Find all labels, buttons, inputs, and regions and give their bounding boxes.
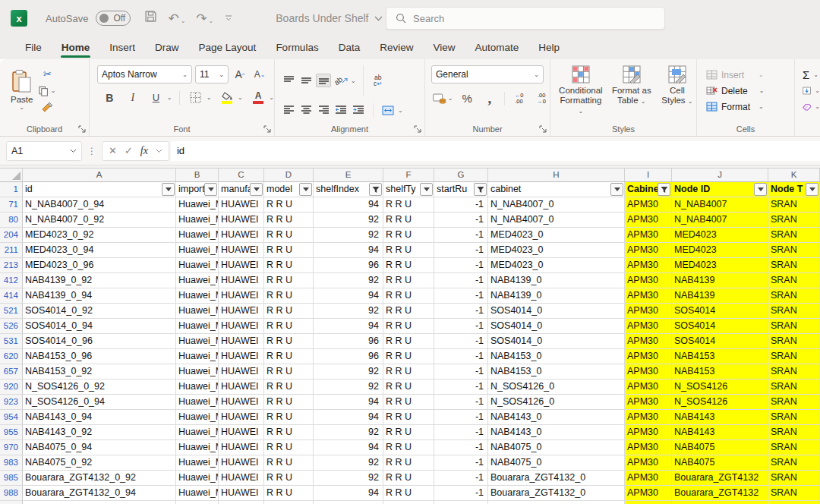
cell[interactable]: HUAWEI (219, 319, 264, 334)
cell[interactable]: R R U (264, 304, 314, 319)
cell[interactable]: APM30 (625, 486, 672, 501)
accounting-format-button[interactable] (431, 91, 448, 106)
cell[interactable]: MED4023_0 (488, 258, 625, 273)
cell[interactable]: SRAN (768, 243, 820, 258)
cell[interactable]: HUAWEI (219, 349, 264, 364)
cell[interactable]: SOS4014_0_96 (23, 334, 176, 349)
cell[interactable]: R R U (383, 273, 434, 288)
redo-button[interactable]: ↷⌄ (196, 11, 213, 27)
cell[interactable]: -1 (434, 364, 488, 380)
document-title[interactable]: Boards Under Shelf (276, 12, 383, 24)
cell[interactable]: Huawei_M (176, 273, 219, 288)
cell[interactable]: NAB4139_0 (488, 288, 625, 304)
column-header-D[interactable]: D (264, 169, 314, 182)
cell[interactable]: Huawei_M (176, 440, 219, 455)
font-dialog-launcher[interactable] (263, 125, 271, 133)
excel-app-icon[interactable]: x (11, 10, 27, 27)
cell[interactable]: R R U (383, 410, 434, 425)
cell[interactable]: R R U (383, 349, 434, 364)
column-header-I[interactable]: I (625, 169, 672, 182)
cell[interactable]: R R U (264, 410, 314, 425)
row-number[interactable]: 657 (0, 364, 23, 380)
row-number[interactable]: 71 (0, 197, 23, 213)
align-bottom-button[interactable] (316, 74, 331, 87)
decrease-decimal-button[interactable]: .00→0 (533, 91, 550, 106)
cell[interactable]: APM30 (625, 228, 672, 243)
decrease-indent-button[interactable] (333, 103, 348, 117)
cell[interactable]: N_NAB4007_0 (488, 197, 625, 213)
cell[interactable]: NAB4075_0_92 (23, 455, 176, 471)
cell[interactable]: R R U (383, 471, 434, 486)
filter-dropdown-button[interactable] (204, 183, 217, 196)
cell[interactable]: SOS4014_0_94 (23, 319, 176, 334)
column-header-B[interactable]: B (176, 169, 219, 182)
cell[interactable]: Huawei_M (176, 455, 219, 471)
cell[interactable]: APM30 (625, 349, 672, 364)
cell[interactable]: SRAN (768, 410, 820, 425)
filter-dropdown-button[interactable] (250, 183, 263, 196)
align-right-button[interactable] (316, 103, 331, 117)
column-header-G[interactable]: G (434, 169, 488, 182)
tab-file[interactable]: File (15, 38, 52, 59)
cell-header-manufa[interactable]: manufa (219, 182, 264, 197)
cell[interactable]: APM30 (625, 410, 672, 425)
cell[interactable]: HUAWEI (219, 395, 264, 410)
cell[interactable]: Huawei_M (176, 425, 219, 440)
cell[interactable]: NAB4143_0 (488, 425, 625, 440)
cell[interactable]: SRAN (768, 395, 820, 410)
cell[interactable]: SOS4014 (672, 334, 768, 349)
cell[interactable]: SRAN (768, 213, 820, 228)
tab-review[interactable]: Review (370, 38, 423, 59)
row-number[interactable]: 1 (0, 182, 23, 197)
cell[interactable]: R R U (383, 288, 434, 304)
column-header-J[interactable]: J (672, 169, 768, 182)
cell-header-node-id[interactable]: Node ID (672, 182, 768, 197)
cell[interactable]: NAB4143_0_92 (23, 425, 176, 440)
clear-button[interactable]: ⌄ (803, 99, 820, 115)
cell[interactable]: -1 (434, 425, 488, 440)
search-input[interactable] (413, 13, 641, 24)
cell[interactable]: R R U (264, 228, 314, 243)
cell[interactable]: HUAWEI (219, 288, 264, 304)
cell[interactable]: N_NAB4007_0 (488, 213, 625, 228)
cell[interactable]: R R U (264, 486, 314, 501)
cell[interactable]: SRAN (768, 486, 820, 501)
cell[interactable]: R R U (383, 243, 434, 258)
cell[interactable]: SOS4014_0 (488, 319, 625, 334)
cell[interactable]: R R U (383, 334, 434, 349)
cell[interactable]: APM30 (625, 380, 672, 395)
cell[interactable]: APM30 (625, 455, 672, 471)
cell[interactable]: APM30 (625, 425, 672, 440)
cell[interactable]: SRAN (768, 258, 820, 273)
cell[interactable]: -1 (434, 349, 488, 364)
row-number[interactable]: 620 (0, 349, 23, 364)
cell[interactable]: N_SOS4126_0_92 (23, 380, 176, 395)
cell[interactable]: Huawei_M (176, 349, 219, 364)
align-middle-button[interactable] (298, 74, 314, 87)
cell[interactable]: N_NAB4007 (672, 213, 768, 228)
cell[interactable]: -1 (434, 258, 488, 273)
cell[interactable]: SOS4014_0_92 (23, 304, 176, 319)
cell[interactable]: NAB4143 (672, 425, 768, 440)
cell[interactable]: Huawei_M (176, 471, 219, 486)
cell[interactable]: Huawei_M (176, 197, 219, 213)
search-box[interactable] (386, 7, 665, 30)
cell[interactable]: NAB4153_0_92 (23, 364, 176, 380)
row-number[interactable]: 526 (0, 319, 23, 334)
cell[interactable]: HUAWEI (219, 197, 264, 213)
cell[interactable]: R R U (264, 273, 314, 288)
cell[interactable]: 94 (314, 410, 383, 425)
cell-header-cabinet[interactable]: cabinet (488, 182, 625, 197)
cell[interactable]: SOS4014 (672, 304, 768, 319)
tab-formulas[interactable]: Formulas (266, 38, 328, 59)
cell[interactable]: HUAWEI (219, 273, 264, 288)
filter-applied-button[interactable] (369, 183, 382, 196)
cell[interactable]: R R U (264, 258, 314, 273)
cell[interactable]: -1 (434, 319, 488, 334)
cell[interactable]: 96 (314, 334, 383, 349)
cell[interactable]: R R U (264, 213, 314, 228)
select-all-corner[interactable] (0, 169, 23, 182)
cell[interactable]: APM30 (625, 258, 672, 273)
formula-bar-splitter[interactable]: ⋮ (87, 146, 96, 156)
cell[interactable]: 92 (314, 471, 383, 486)
